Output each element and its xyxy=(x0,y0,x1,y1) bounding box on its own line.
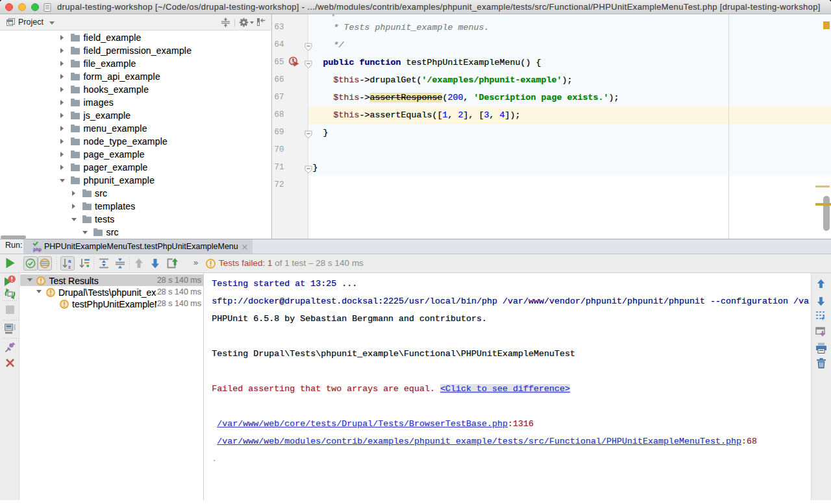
svg-text:z: z xyxy=(68,264,71,269)
svg-text:php: php xyxy=(33,247,41,252)
